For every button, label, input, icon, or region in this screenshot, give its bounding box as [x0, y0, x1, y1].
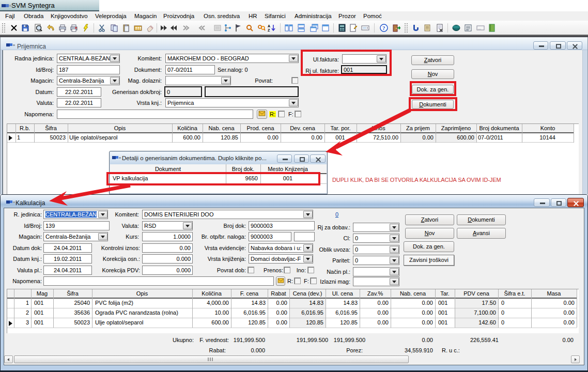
svg-text:?: ? — [382, 25, 385, 31]
svg-text:...: ... — [478, 26, 481, 30]
svg-text:A: A — [268, 24, 270, 28]
svg-text:Z: Z — [268, 28, 270, 32]
